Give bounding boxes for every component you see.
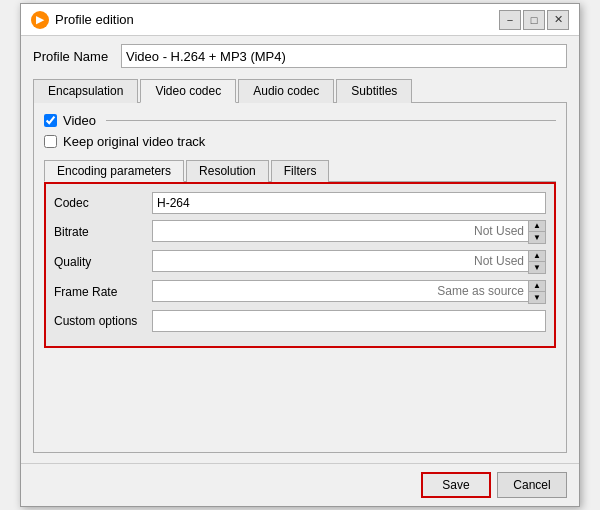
tab-video-codec[interactable]: Video codec: [140, 79, 236, 103]
tab-audio-codec[interactable]: Audio codec: [238, 79, 334, 103]
quality-row: Quality ▲ ▼: [54, 250, 546, 274]
tab-filters[interactable]: Filters: [271, 160, 330, 182]
title-bar: ▶ Profile edition − □ ✕: [21, 4, 579, 36]
tab-encapsulation[interactable]: Encapsulation: [33, 79, 138, 103]
codec-select[interactable]: H-264 MPEG-4 MPEG-2: [152, 192, 546, 214]
keep-original-label: Keep original video track: [63, 134, 205, 149]
bitrate-spin-buttons: ▲ ▼: [528, 220, 546, 244]
quality-spin-buttons: ▲ ▼: [528, 250, 546, 274]
window-title: Profile edition: [55, 12, 134, 27]
tab-resolution[interactable]: Resolution: [186, 160, 269, 182]
video-checkbox[interactable]: [44, 114, 57, 127]
custom-options-label: Custom options: [54, 314, 144, 328]
profile-name-input[interactable]: [121, 44, 567, 68]
inner-tabs: Encoding parameters Resolution Filters: [44, 159, 556, 182]
footer: Save Cancel: [21, 463, 579, 506]
encoding-panel: Codec H-264 MPEG-4 MPEG-2 Bitrate: [44, 182, 556, 348]
video-label: Video: [63, 113, 96, 128]
custom-options-row: Custom options: [54, 310, 546, 332]
main-tabs: Encapsulation Video codec Audio codec Su…: [33, 78, 567, 103]
tab-subtitles[interactable]: Subtitles: [336, 79, 412, 103]
bitrate-row: Bitrate ▲ ▼: [54, 220, 546, 244]
video-separator: [106, 120, 556, 121]
frame-rate-input[interactable]: [152, 280, 528, 302]
maximize-button[interactable]: □: [523, 10, 545, 30]
quality-down-button[interactable]: ▼: [529, 262, 545, 273]
frame-rate-up-button[interactable]: ▲: [529, 281, 545, 292]
cancel-button[interactable]: Cancel: [497, 472, 567, 498]
tab-content: Video Keep original video track Encoding…: [33, 103, 567, 453]
quality-up-button[interactable]: ▲: [529, 251, 545, 262]
quality-label: Quality: [54, 255, 144, 269]
profile-name-row: Profile Name: [33, 44, 567, 68]
codec-row: Codec H-264 MPEG-4 MPEG-2: [54, 192, 546, 214]
tab-encoding-parameters[interactable]: Encoding parameters: [44, 160, 184, 182]
minimize-button[interactable]: −: [499, 10, 521, 30]
codec-select-wrap: H-264 MPEG-4 MPEG-2: [152, 192, 546, 214]
custom-options-input[interactable]: [152, 310, 546, 332]
codec-label: Codec: [54, 196, 144, 210]
title-bar-buttons: − □ ✕: [499, 10, 569, 30]
video-checkbox-row: Video: [44, 113, 556, 128]
bitrate-input[interactable]: [152, 220, 528, 242]
keep-original-row: Keep original video track: [44, 134, 556, 149]
quality-input[interactable]: [152, 250, 528, 272]
bitrate-down-button[interactable]: ▼: [529, 232, 545, 243]
main-window: ▶ Profile edition − □ ✕ Profile Name Enc…: [20, 3, 580, 507]
title-bar-left: ▶ Profile edition: [31, 11, 134, 29]
bitrate-label: Bitrate: [54, 225, 144, 239]
profile-name-label: Profile Name: [33, 49, 113, 64]
frame-rate-spin-wrap: ▲ ▼: [152, 280, 546, 304]
frame-rate-down-button[interactable]: ▼: [529, 292, 545, 303]
vlc-icon: ▶: [31, 11, 49, 29]
frame-rate-spin-buttons: ▲ ▼: [528, 280, 546, 304]
save-button[interactable]: Save: [421, 472, 491, 498]
quality-spin-wrap: ▲ ▼: [152, 250, 546, 274]
close-button[interactable]: ✕: [547, 10, 569, 30]
keep-original-checkbox[interactable]: [44, 135, 57, 148]
frame-rate-label: Frame Rate: [54, 285, 144, 299]
frame-rate-row: Frame Rate ▲ ▼: [54, 280, 546, 304]
bitrate-spin-wrap: ▲ ▼: [152, 220, 546, 244]
bitrate-up-button[interactable]: ▲: [529, 221, 545, 232]
window-body: Profile Name Encapsulation Video codec A…: [21, 36, 579, 463]
